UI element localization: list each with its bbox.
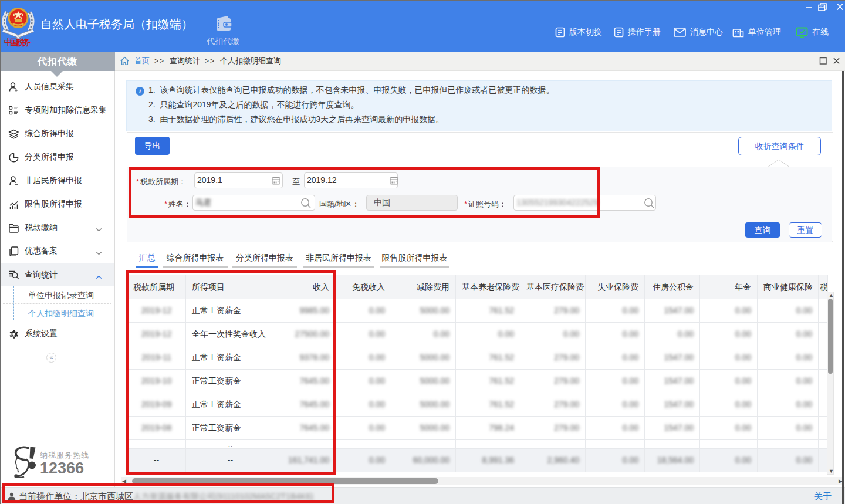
svg-text:中国税务: 中国税务 bbox=[4, 38, 31, 47]
